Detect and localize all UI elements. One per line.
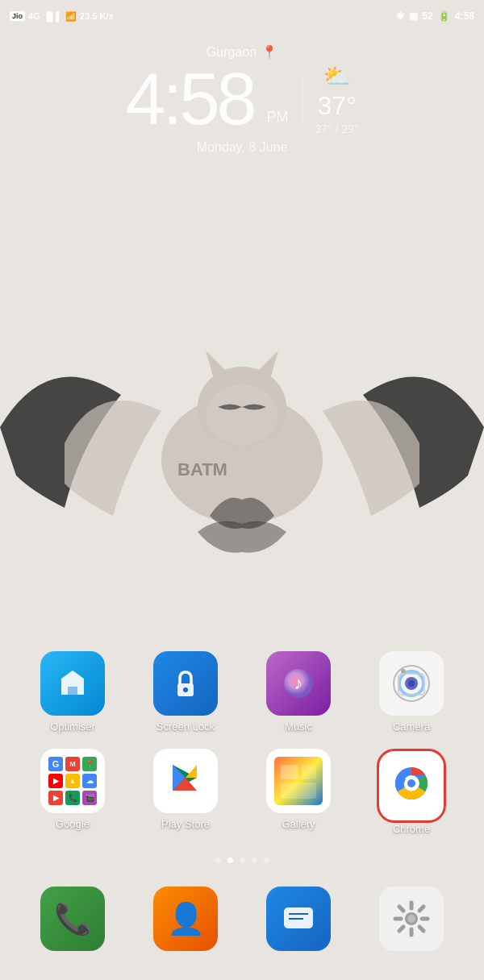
- city-row: Gurgaon 📍: [0, 44, 484, 60]
- battery-icon: 🔋: [438, 10, 450, 22]
- date-display: Monday, 8 June: [0, 140, 484, 155]
- svg-rect-19: [281, 765, 298, 779]
- weather-condition-icon: ⛅: [323, 63, 351, 89]
- app-chrome[interactable]: Chrome: [367, 749, 456, 835]
- dock-messages[interactable]: [254, 887, 343, 956]
- svg-text:BATM: BATM: [177, 459, 227, 480]
- svg-rect-21: [281, 783, 316, 799]
- svg-marker-2: [206, 351, 230, 379]
- app-row-2: G M 📍 ▶ ▲ ☁ ▶ 📞 🎬 Google: [16, 749, 468, 835]
- chrome-label: Chrome: [393, 823, 430, 835]
- svg-text:♪: ♪: [294, 673, 303, 693]
- camera-icon: [379, 651, 444, 716]
- svg-line-37: [419, 907, 424, 911]
- dock: 📞 👤: [0, 887, 484, 956]
- network-type: 4G: [28, 11, 40, 21]
- vibrate-icon: ▣: [409, 10, 418, 22]
- screenlock-label: Screen Lock: [156, 720, 215, 733]
- city-name: Gurgaon: [207, 45, 257, 60]
- messages-icon: [266, 887, 331, 951]
- app-music[interactable]: ♪ Music: [254, 651, 343, 733]
- optimiser-icon: [40, 651, 105, 716]
- status-time: 4:58: [455, 10, 474, 22]
- settings-icon: [379, 887, 444, 951]
- music-icon: ♪: [266, 651, 331, 716]
- signal-bars: ▐▌▌: [44, 11, 62, 21]
- temperature-range: 37° / 29°: [315, 122, 359, 135]
- contacts-icon: 👤: [153, 887, 218, 951]
- app-optimiser[interactable]: Optimiser: [28, 651, 117, 733]
- chrome-icon: [382, 754, 441, 813]
- battery-level: 52: [423, 10, 433, 22]
- svg-point-14: [401, 669, 406, 674]
- status-bar: Jio 4G ▐▌▌ 📶 23.5 K/s ✱ ▣ 52 🔋 4:58: [0, 0, 484, 32]
- optimiser-label: Optimiser: [50, 720, 95, 733]
- chrome-highlight-border: [377, 749, 446, 823]
- status-right: ✱ ▣ 52 🔋 4:58: [396, 10, 474, 22]
- gallery-label: Gallery: [282, 818, 315, 830]
- google-label: Google: [56, 818, 90, 830]
- weather-info: ⛅ 37° 37° / 29°: [315, 63, 359, 135]
- app-camera[interactable]: Camera: [367, 651, 456, 733]
- svg-point-13: [408, 680, 415, 687]
- time-weather-divider: [302, 75, 302, 123]
- batman-svg: BATM: [0, 282, 484, 580]
- app-grid: Optimiser Screen Lock: [0, 651, 484, 851]
- svg-rect-20: [302, 765, 316, 779]
- app-row-1: Optimiser Screen Lock: [16, 651, 468, 733]
- app-gallery[interactable]: Gallery: [254, 749, 343, 835]
- svg-point-7: [183, 687, 188, 692]
- svg-point-4: [206, 384, 278, 446]
- app-screenlock[interactable]: Screen Lock: [141, 651, 230, 733]
- dot-5[interactable]: [264, 858, 269, 863]
- dock-contacts[interactable]: 👤: [141, 887, 230, 956]
- clock-ampm: PM: [267, 109, 289, 126]
- location-pin-icon: 📍: [261, 44, 277, 60]
- dot-4[interactable]: [252, 858, 257, 863]
- camera-label: Camera: [393, 720, 430, 733]
- dock-settings[interactable]: [367, 887, 456, 956]
- time-row: 4:58 PM ⛅ 37° 37° / 29°: [0, 63, 484, 135]
- screenlock-icon: [153, 651, 218, 716]
- dock-phone[interactable]: 📞: [28, 887, 117, 956]
- page-dots: [0, 858, 484, 863]
- google-icon: G M 📍 ▶ ▲ ☁ ▶ 📞 🎬: [40, 749, 105, 813]
- svg-point-25: [407, 779, 415, 787]
- speed-indicator: 23.5 K/s: [80, 11, 114, 21]
- app-playstore[interactable]: Play Store: [141, 749, 230, 835]
- dot-3[interactable]: [240, 858, 245, 863]
- phone-icon: 📞: [40, 887, 105, 951]
- dot-1[interactable]: [215, 858, 221, 863]
- app-google[interactable]: G M 📍 ▶ ▲ ☁ ▶ 📞 🎬 Google: [28, 749, 117, 835]
- bluetooth-icon: ✱: [396, 10, 404, 22]
- batman-wallpaper: BATM: [0, 282, 484, 580]
- carrier-icon: Jio: [10, 11, 25, 21]
- weather-widget: Gurgaon 📍 4:58 PM ⛅ 37° 37° / 29° Monday…: [0, 44, 484, 155]
- wifi-icon: 📶: [65, 11, 77, 22]
- dot-2[interactable]: [227, 858, 233, 863]
- svg-point-30: [407, 915, 415, 923]
- playstore-icon: [153, 749, 218, 813]
- playstore-label: Play Store: [161, 818, 210, 830]
- svg-line-36: [419, 927, 424, 931]
- gallery-icon: [266, 749, 331, 813]
- music-label: Music: [285, 720, 312, 733]
- svg-marker-3: [254, 351, 278, 379]
- svg-line-35: [399, 907, 403, 911]
- temperature-main: 37°: [317, 91, 356, 121]
- clock-time: 4:58: [125, 63, 253, 135]
- svg-line-38: [399, 927, 403, 931]
- status-left: Jio 4G ▐▌▌ 📶 23.5 K/s: [10, 11, 114, 22]
